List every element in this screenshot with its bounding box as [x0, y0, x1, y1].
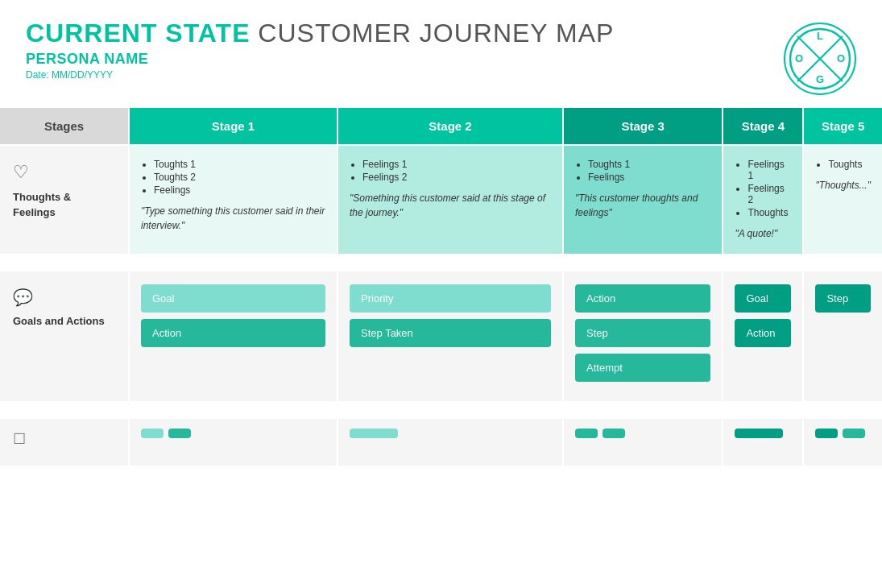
thoughts-stage1: Toughts 1 Toughts 2 Feelings "Type somet… [129, 145, 337, 254]
list-item: Thoughts [747, 207, 791, 218]
list-item: Toughts [828, 159, 871, 170]
bottom-card-s3-1 [575, 429, 598, 438]
bottom-stage2 [337, 416, 563, 466]
title-current: CURRENT STATE [26, 19, 250, 48]
title-rest: CUSTOMER JOURNEY MAP [250, 19, 614, 48]
svg-text:O: O [795, 52, 803, 64]
goal-card-stage1: Goal [141, 284, 325, 313]
thoughts-stage2: Feelings 1 Feelings 2 "Something this cu… [337, 145, 563, 254]
svg-text:L: L [817, 30, 823, 42]
thoughts-stage4-list: Feelings 1 Feelings 2 Thoughts [735, 159, 791, 218]
stages-header-row: Stages Stage 1 Stage 2 Stage 3 Stage 4 S… [0, 108, 882, 145]
bottom-label-cell: ☐ [0, 416, 129, 466]
bottom-row: ☐ [0, 416, 882, 466]
list-item: Toughts 1 [588, 159, 710, 170]
stages-label: Stages [0, 108, 129, 145]
bottom-card-s4-1 [735, 429, 783, 438]
goals-stage2: Priority Step Taken [337, 268, 563, 401]
list-item: Feelings [154, 184, 325, 196]
thoughts-feelings-row: ♡ Thoughts &Feelings Toughts 1 Toughts 2… [0, 145, 882, 254]
goals-stage4: Goal Action [723, 268, 803, 401]
goals-label-cell: 💬 Goals and Actions [0, 268, 129, 401]
bottom-card-s2-1 [350, 429, 398, 438]
action-card-stage1: Action [141, 319, 325, 347]
quote-stage4: "A quote!" [735, 228, 777, 239]
thoughts-stage3: Toughts 1 Feelings "This customer though… [563, 145, 723, 254]
checkbox-icon: ☐ [13, 430, 115, 448]
bottom-card-s1-2 [168, 429, 191, 438]
svg-text:G: G [816, 73, 824, 85]
thoughts-stage1-list: Toughts 1 Toughts 2 Feelings [141, 159, 325, 196]
heart-icon: ♡ [13, 162, 115, 183]
goals-actions-row: 💬 Goals and Actions Goal Action Priority… [0, 268, 882, 401]
bottom-card-s5-1 [815, 429, 838, 438]
list-item: Toughts 2 [154, 172, 325, 183]
stage-header-3: Stage 3 [563, 108, 723, 145]
header: CURRENT STATE CUSTOMER JOURNEY MAP PERSO… [0, 0, 882, 108]
thoughts-stage5: Toughts "Thoughts..." [803, 145, 882, 254]
list-item: Feelings 2 [747, 183, 791, 205]
quote-stage1: "Type something this customer said in th… [141, 205, 325, 231]
goals-stage3: Action Step Attempt [563, 268, 723, 401]
spacer-row-1 [0, 254, 882, 268]
action-card-stage3: Action [575, 284, 710, 313]
bottom-stage3 [563, 416, 723, 466]
chat-icon: 💬 [13, 288, 115, 307]
main-title: CURRENT STATE CUSTOMER JOURNEY MAP [26, 19, 614, 48]
thoughts-stage5-list: Toughts [815, 159, 871, 170]
priority-card-stage2: Priority [350, 284, 551, 313]
list-item: Feelings 2 [362, 172, 551, 183]
steptaken-card-stage2: Step Taken [350, 319, 551, 347]
bottom-card-s3-2 [602, 429, 625, 438]
bottom-stage4 [723, 416, 803, 466]
action-card-stage4: Action [735, 319, 791, 347]
quote-stage5: "Thoughts..." [815, 180, 871, 191]
goals-stage5: Step [803, 268, 882, 401]
quote-stage3: "This customer thoughts and feelings" [575, 193, 698, 218]
journey-table: Stages Stage 1 Stage 2 Stage 3 Stage 4 S… [0, 108, 882, 466]
svg-text:O: O [837, 52, 845, 64]
thoughts-section-title: Thoughts &Feelings [13, 191, 71, 218]
list-item: Toughts 1 [154, 159, 325, 170]
quote-stage2: "Something this customer said at this st… [350, 193, 545, 218]
stage-header-2: Stage 2 [337, 108, 563, 145]
goals-stage1: Goal Action [129, 268, 337, 401]
persona-name: PERSONA NAME [26, 51, 614, 68]
list-item: Feelings 1 [362, 159, 551, 170]
attempt-card-stage3: Attempt [575, 354, 710, 382]
list-item: Feelings [588, 172, 710, 183]
stage-header-1: Stage 1 [129, 108, 337, 145]
bottom-card-s5-2 [843, 429, 865, 438]
bottom-stage1 [129, 416, 337, 466]
stage-header-4: Stage 4 [723, 108, 803, 145]
thoughts-label-cell: ♡ Thoughts &Feelings [0, 145, 129, 254]
header-left: CURRENT STATE CUSTOMER JOURNEY MAP PERSO… [26, 19, 614, 81]
bottom-stage5 [803, 416, 882, 466]
list-item: Feelings 1 [747, 159, 791, 181]
spacer-row-2 [0, 401, 882, 416]
thoughts-stage4: Feelings 1 Feelings 2 Thoughts "A quote!… [723, 145, 803, 254]
goals-section-title: Goals and Actions [13, 315, 105, 327]
logo-svg: L O O G [788, 27, 852, 91]
goal-card-stage4: Goal [735, 284, 791, 313]
step-card-stage3: Step [575, 319, 710, 347]
step-card-stage5: Step [815, 284, 871, 313]
stage-header-5: Stage 5 [803, 108, 882, 145]
thoughts-stage2-list: Feelings 1 Feelings 2 [350, 159, 551, 183]
bottom-card-s1-1 [141, 429, 164, 438]
date-label: Date: MM/DD/YYYY [26, 69, 614, 81]
logo: L O O G [784, 23, 856, 95]
thoughts-stage3-list: Toughts 1 Feelings [575, 159, 710, 183]
